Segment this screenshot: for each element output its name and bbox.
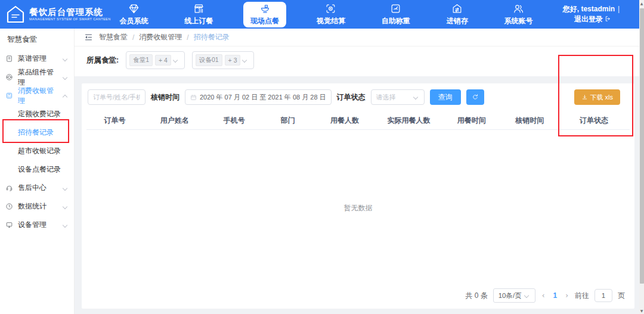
chevron-down-icon [63, 222, 67, 227]
app-title: 餐饮后台管理系统 [29, 7, 111, 17]
device-multiselect[interactable]: 设备01 + 3 [192, 51, 255, 69]
dine-icon [259, 3, 271, 14]
scale-icon [390, 3, 401, 14]
scan-icon [325, 3, 336, 14]
canteen-multiselect[interactable]: 食堂1 + 4 [126, 51, 185, 69]
statistics-icon [5, 203, 13, 210]
breadcrumb-current: 招待餐记录 [194, 32, 230, 42]
chevron-down-icon [524, 293, 528, 298]
sidebar-subitem-hospitality-meal-records[interactable]: 招待餐记录 [0, 123, 74, 142]
keyword-input[interactable] [88, 89, 145, 105]
search-toolbar: 核销时间 2020 年 07 月 02 日 至 2021 年 08 月 28 日… [86, 83, 630, 110]
next-page-button[interactable]: › [564, 291, 569, 300]
col-order-status: 订单状态 [558, 116, 630, 126]
account-icon [513, 3, 524, 14]
col-user-name: 用户姓名 [143, 116, 206, 126]
empty-data-text: 暂无数据 [344, 203, 373, 213]
device-tag: 设备01 [196, 54, 222, 66]
total-count: 共 0 条 [465, 291, 487, 301]
date-range-value: 2020 年 07 月 02 日 至 2021 年 08 月 28 日 [200, 93, 326, 102]
scrollbar-thumb[interactable] [640, 8, 644, 284]
scrollbar-down-arrow[interactable]: ▼ [639, 309, 644, 313]
chevron-up-icon [63, 94, 67, 99]
canteen-tag: 食堂1 [129, 54, 153, 66]
cashier-icon [5, 92, 13, 100]
sidebar-subitem-device-order-records[interactable]: 设备点餐记录 [0, 160, 74, 179]
canteen-filter-row: 所属食堂: 食堂1 + 4 设备01 + 3 [75, 46, 639, 76]
sidebar-item-dish-components[interactable]: 菜品组件管理 [0, 68, 74, 86]
table-header-row: 订单号 用户姓名 手机号 部门 用餐人数 实际用餐人数 用餐时间 核销时间 订单… [86, 112, 630, 130]
col-diner-count: 用餐人数 [313, 116, 376, 126]
nav-inventory[interactable]: 进销存 [441, 0, 474, 29]
device-more-tag: + 3 [225, 55, 241, 66]
records-card: 核销时间 2020 年 07 月 02 日 至 2021 年 08 月 28 日… [82, 83, 634, 309]
scrollbar-up-arrow[interactable]: ▲ [639, 1, 644, 5]
menu-book-icon [5, 55, 13, 63]
device-icon [5, 221, 13, 229]
download-xls-button[interactable]: 下载 xls [574, 89, 621, 105]
chevron-down-icon [242, 58, 247, 63]
sidebar: 智慧食堂 菜谱管理 菜品组件管理 消费收银管理 定额收费记录 招待餐记录 [0, 29, 75, 314]
col-verify-time: 核销时间 [501, 116, 558, 126]
app-window: 餐饮后台管理系统 MANAGEMENT SYSTEM OF SMART CANT… [0, 0, 639, 314]
sidebar-item-after-sales[interactable]: 售后中心 [0, 179, 74, 197]
chevron-down-icon [63, 204, 67, 209]
top-header: 餐饮后台管理系统 MANAGEMENT SYSTEM OF SMART CANT… [0, 0, 639, 29]
canteen-filter-label: 所属食堂: [86, 55, 119, 66]
goto-page-input[interactable] [595, 289, 612, 302]
nav-visual-settlement[interactable]: 视觉结算 [311, 0, 351, 29]
sidebar-item-cashier-management[interactable]: 消费收银管理 [0, 86, 74, 105]
user-greeting: 您好, testadmin [563, 4, 615, 14]
refresh-icon [472, 94, 479, 101]
col-dining-time: 用餐时间 [442, 116, 501, 126]
order-status-label: 订单状态 [337, 92, 366, 102]
logout-icon [605, 15, 611, 22]
breadcrumb-item[interactable]: 智慧食堂 [99, 32, 128, 42]
page-size-select[interactable]: 10条/页 [493, 288, 535, 303]
col-department: 部门 [262, 116, 313, 126]
nav-self-weighing[interactable]: 自助称重 [376, 0, 416, 29]
nav-system-account[interactable]: 系统账号 [498, 0, 538, 29]
breadcrumb-bar: 智慧食堂 / 消费收银管理 / 招待餐记录 [75, 29, 639, 46]
inventory-icon [451, 3, 463, 14]
download-icon [581, 94, 588, 101]
refresh-button[interactable] [466, 89, 484, 105]
nav-onsite-order[interactable]: 现场点餐 [243, 2, 286, 27]
logout-button[interactable]: 退出登录 [574, 14, 611, 24]
app-logo: 餐饮后台管理系统 MANAGEMENT SYSTEM OF SMART CANT… [0, 0, 101, 29]
main-nav: 会员系统 线上订餐 现场点餐 视觉结算 自助称重 进销存 [101, 0, 551, 29]
col-actual-diner-count: 实际用餐人数 [376, 116, 442, 126]
canteen-more-tag: + 4 [155, 55, 171, 66]
sidebar-item-menu-management[interactable]: 菜谱管理 [0, 49, 74, 68]
storefront-icon [193, 3, 205, 14]
sidebar-subitem-fixed-fee-records[interactable]: 定额收费记录 [0, 105, 74, 123]
order-status-select[interactable]: 请选择 [371, 89, 425, 105]
sidebar-title: 智慧食堂 [0, 29, 74, 49]
chevron-down-icon [173, 58, 178, 63]
sidebar-subitem-supermarket-cashier-records[interactable]: 超市收银记录 [0, 142, 74, 160]
date-range-picker[interactable]: 2020 年 07 月 02 日 至 2021 年 08 月 28 日 [185, 89, 332, 105]
chevron-down-icon [413, 95, 417, 100]
breadcrumb-item[interactable]: 消费收银管理 [139, 32, 182, 42]
after-sales-icon [5, 184, 13, 192]
order-status-placeholder: 请选择 [376, 93, 396, 102]
nav-online-order[interactable]: 线上订餐 [178, 0, 219, 29]
user-area: 您好, testadmin | 退出登录 [551, 0, 639, 29]
pagination: 共 0 条 10条/页 ‹ 1 › 前往 页 [86, 286, 630, 309]
smart-canteen-logo-icon [6, 5, 25, 24]
collapse-sidebar-icon[interactable] [84, 33, 93, 42]
chevron-down-icon [63, 74, 67, 79]
sidebar-item-statistics[interactable]: 数据统计 [0, 197, 74, 216]
prev-page-button[interactable]: ‹ [541, 291, 546, 300]
page-number-1[interactable]: 1 [552, 291, 559, 300]
sidebar-item-device-management[interactable]: 设备管理 [0, 216, 74, 234]
chevron-down-icon [63, 185, 67, 190]
user-divider: | [618, 4, 620, 14]
nav-member-system[interactable]: 会员系统 [113, 0, 154, 29]
table-empty-area: 暂无数据 [86, 130, 630, 286]
col-order-no: 订单号 [86, 116, 143, 126]
col-phone: 手机号 [206, 116, 262, 126]
vertical-scrollbar[interactable]: ▲ ▼ [639, 0, 644, 314]
breadcrumb: 智慧食堂 / 消费收银管理 / 招待餐记录 [99, 32, 230, 42]
query-button[interactable]: 查询 [430, 89, 461, 105]
